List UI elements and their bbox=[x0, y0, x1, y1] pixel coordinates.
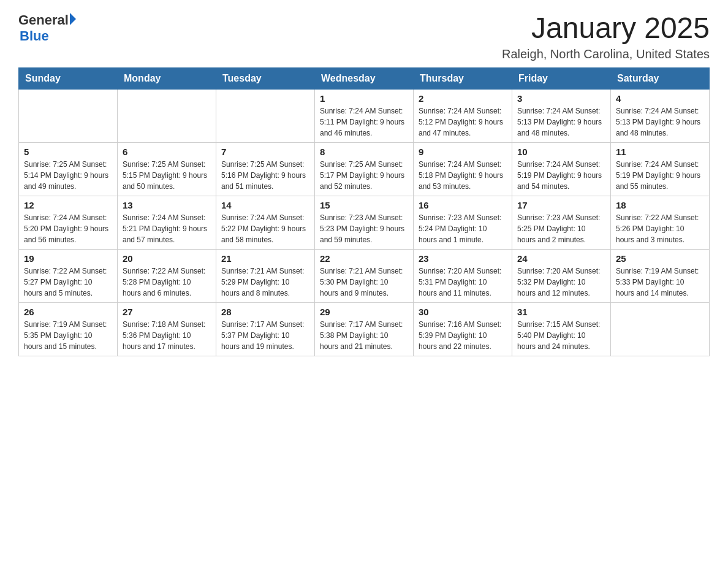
calendar-cell: 12Sunrise: 7:24 AM Sunset: 5:20 PM Dayli… bbox=[19, 196, 118, 249]
calendar-cell: 17Sunrise: 7:23 AM Sunset: 5:25 PM Dayli… bbox=[512, 196, 611, 249]
day-number: 31 bbox=[517, 307, 605, 317]
day-number: 19 bbox=[24, 253, 112, 264]
calendar-cell: 28Sunrise: 7:17 AM Sunset: 5:37 PM Dayli… bbox=[216, 302, 315, 356]
calendar-cell: 5Sunrise: 7:25 AM Sunset: 5:14 PM Daylig… bbox=[19, 142, 118, 196]
calendar-day-header: Wednesday bbox=[315, 67, 414, 89]
calendar-day-header: Thursday bbox=[414, 67, 512, 89]
calendar-cell: 22Sunrise: 7:21 AM Sunset: 5:30 PM Dayli… bbox=[315, 249, 414, 302]
calendar-cell: 6Sunrise: 7:25 AM Sunset: 5:15 PM Daylig… bbox=[118, 142, 216, 196]
day-info: Sunrise: 7:19 AM Sunset: 5:33 PM Dayligh… bbox=[616, 266, 704, 299]
day-number: 17 bbox=[517, 200, 605, 210]
day-info: Sunrise: 7:21 AM Sunset: 5:30 PM Dayligh… bbox=[320, 266, 408, 299]
day-number: 11 bbox=[616, 147, 704, 157]
day-number: 7 bbox=[221, 147, 309, 157]
day-number: 10 bbox=[517, 147, 605, 157]
calendar-cell: 11Sunrise: 7:24 AM Sunset: 5:19 PM Dayli… bbox=[611, 142, 710, 196]
calendar-cell: 31Sunrise: 7:15 AM Sunset: 5:40 PM Dayli… bbox=[512, 302, 611, 356]
day-info: Sunrise: 7:24 AM Sunset: 5:13 PM Dayligh… bbox=[517, 105, 605, 139]
calendar-cell: 21Sunrise: 7:21 AM Sunset: 5:29 PM Dayli… bbox=[216, 249, 315, 302]
day-info: Sunrise: 7:24 AM Sunset: 5:21 PM Dayligh… bbox=[123, 212, 211, 245]
calendar-cell: 13Sunrise: 7:24 AM Sunset: 5:21 PM Dayli… bbox=[118, 196, 216, 249]
day-info: Sunrise: 7:19 AM Sunset: 5:35 PM Dayligh… bbox=[24, 319, 112, 352]
calendar-day-header: Tuesday bbox=[216, 67, 315, 89]
day-info: Sunrise: 7:23 AM Sunset: 5:23 PM Dayligh… bbox=[320, 212, 408, 245]
calendar-cell: 10Sunrise: 7:24 AM Sunset: 5:19 PM Dayli… bbox=[512, 142, 611, 196]
calendar-week-row: 12Sunrise: 7:24 AM Sunset: 5:20 PM Dayli… bbox=[19, 196, 710, 249]
day-number: 6 bbox=[123, 147, 211, 157]
day-number: 27 bbox=[123, 307, 211, 317]
day-info: Sunrise: 7:24 AM Sunset: 5:18 PM Dayligh… bbox=[419, 159, 507, 192]
day-info: Sunrise: 7:24 AM Sunset: 5:22 PM Dayligh… bbox=[221, 212, 309, 245]
day-number: 23 bbox=[419, 253, 507, 264]
calendar-cell: 27Sunrise: 7:18 AM Sunset: 5:36 PM Dayli… bbox=[118, 302, 216, 356]
logo-general-text: General bbox=[18, 12, 69, 28]
calendar-subtitle: Raleigh, North Carolina, United States bbox=[502, 47, 710, 61]
day-number: 18 bbox=[616, 200, 704, 210]
calendar-cell: 30Sunrise: 7:16 AM Sunset: 5:39 PM Dayli… bbox=[414, 302, 512, 356]
calendar-cell: 8Sunrise: 7:25 AM Sunset: 5:17 PM Daylig… bbox=[315, 142, 414, 196]
day-info: Sunrise: 7:18 AM Sunset: 5:36 PM Dayligh… bbox=[123, 319, 211, 352]
calendar-cell: 2Sunrise: 7:24 AM Sunset: 5:12 PM Daylig… bbox=[414, 89, 512, 142]
day-number: 28 bbox=[221, 307, 309, 317]
day-info: Sunrise: 7:25 AM Sunset: 5:14 PM Dayligh… bbox=[24, 159, 112, 192]
calendar-header-row: SundayMondayTuesdayWednesdayThursdayFrid… bbox=[19, 67, 710, 89]
logo: General Blue bbox=[18, 12, 76, 44]
day-number: 15 bbox=[320, 200, 408, 210]
calendar-cell: 14Sunrise: 7:24 AM Sunset: 5:22 PM Dayli… bbox=[216, 196, 315, 249]
calendar-cell: 18Sunrise: 7:22 AM Sunset: 5:26 PM Dayli… bbox=[611, 196, 710, 249]
day-info: Sunrise: 7:20 AM Sunset: 5:32 PM Dayligh… bbox=[517, 266, 605, 299]
day-number: 24 bbox=[517, 253, 605, 264]
calendar-cell bbox=[611, 302, 710, 356]
day-number: 20 bbox=[123, 253, 211, 264]
calendar-day-header: Friday bbox=[512, 67, 611, 89]
day-info: Sunrise: 7:24 AM Sunset: 5:20 PM Dayligh… bbox=[24, 212, 112, 245]
calendar-week-row: 1Sunrise: 7:24 AM Sunset: 5:11 PM Daylig… bbox=[19, 89, 710, 142]
calendar-cell: 15Sunrise: 7:23 AM Sunset: 5:23 PM Dayli… bbox=[315, 196, 414, 249]
calendar-cell bbox=[118, 89, 216, 142]
calendar-cell: 7Sunrise: 7:25 AM Sunset: 5:16 PM Daylig… bbox=[216, 142, 315, 196]
day-number: 9 bbox=[419, 147, 507, 157]
day-number: 12 bbox=[24, 200, 112, 210]
day-info: Sunrise: 7:24 AM Sunset: 5:12 PM Dayligh… bbox=[419, 105, 507, 139]
day-info: Sunrise: 7:17 AM Sunset: 5:37 PM Dayligh… bbox=[221, 319, 309, 352]
day-number: 5 bbox=[24, 147, 112, 157]
day-info: Sunrise: 7:25 AM Sunset: 5:15 PM Dayligh… bbox=[123, 159, 211, 192]
calendar-week-row: 5Sunrise: 7:25 AM Sunset: 5:14 PM Daylig… bbox=[19, 142, 710, 196]
day-number: 25 bbox=[616, 253, 704, 264]
day-number: 29 bbox=[320, 307, 408, 317]
calendar-cell: 19Sunrise: 7:22 AM Sunset: 5:27 PM Dayli… bbox=[19, 249, 118, 302]
calendar-cell: 1Sunrise: 7:24 AM Sunset: 5:11 PM Daylig… bbox=[315, 89, 414, 142]
day-number: 21 bbox=[221, 253, 309, 264]
day-info: Sunrise: 7:22 AM Sunset: 5:28 PM Dayligh… bbox=[123, 266, 211, 299]
logo-arrow-icon bbox=[70, 13, 76, 25]
calendar-cell: 23Sunrise: 7:20 AM Sunset: 5:31 PM Dayli… bbox=[414, 249, 512, 302]
day-info: Sunrise: 7:16 AM Sunset: 5:39 PM Dayligh… bbox=[419, 319, 507, 352]
calendar-day-header: Sunday bbox=[19, 67, 118, 89]
calendar-day-header: Saturday bbox=[611, 67, 710, 89]
day-info: Sunrise: 7:23 AM Sunset: 5:25 PM Dayligh… bbox=[517, 212, 605, 245]
day-info: Sunrise: 7:24 AM Sunset: 5:19 PM Dayligh… bbox=[616, 159, 704, 192]
day-number: 13 bbox=[123, 200, 211, 210]
title-block: January 2025 Raleigh, North Carolina, Un… bbox=[502, 12, 710, 61]
calendar-cell: 24Sunrise: 7:20 AM Sunset: 5:32 PM Dayli… bbox=[512, 249, 611, 302]
day-number: 8 bbox=[320, 147, 408, 157]
day-number: 26 bbox=[24, 307, 112, 317]
day-number: 4 bbox=[616, 93, 704, 104]
day-number: 30 bbox=[419, 307, 507, 317]
calendar-cell: 9Sunrise: 7:24 AM Sunset: 5:18 PM Daylig… bbox=[414, 142, 512, 196]
day-info: Sunrise: 7:22 AM Sunset: 5:26 PM Dayligh… bbox=[616, 212, 704, 245]
day-info: Sunrise: 7:25 AM Sunset: 5:16 PM Dayligh… bbox=[221, 159, 309, 192]
calendar-cell: 16Sunrise: 7:23 AM Sunset: 5:24 PM Dayli… bbox=[414, 196, 512, 249]
calendar-day-header: Monday bbox=[118, 67, 216, 89]
day-number: 14 bbox=[221, 200, 309, 210]
calendar-table: SundayMondayTuesdayWednesdayThursdayFrid… bbox=[18, 67, 710, 356]
day-info: Sunrise: 7:24 AM Sunset: 5:19 PM Dayligh… bbox=[517, 159, 605, 192]
day-number: 3 bbox=[517, 93, 605, 104]
page-header: General Blue January 2025 Raleigh, North… bbox=[18, 12, 710, 61]
day-info: Sunrise: 7:24 AM Sunset: 5:13 PM Dayligh… bbox=[616, 105, 704, 139]
calendar-cell bbox=[216, 89, 315, 142]
day-number: 2 bbox=[419, 93, 507, 104]
day-number: 1 bbox=[320, 93, 408, 104]
calendar-cell: 25Sunrise: 7:19 AM Sunset: 5:33 PM Dayli… bbox=[611, 249, 710, 302]
calendar-cell bbox=[19, 89, 118, 142]
